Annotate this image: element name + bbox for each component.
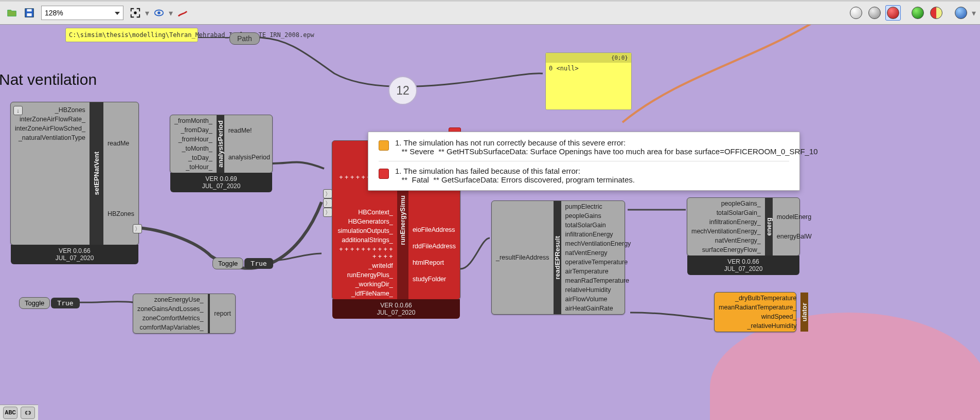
zoom-extents-icon[interactable] — [128, 5, 143, 21]
input: simulationOutputs_ — [336, 227, 393, 234]
input: runEnergyPlus_ — [336, 271, 393, 279]
input: _writeIdf — [336, 262, 393, 269]
output: rddFileAddress — [413, 243, 456, 250]
preview-icon[interactable] — [151, 5, 167, 21]
input: surfaceEnergyFlow_ — [691, 246, 761, 253]
component-name: readEPResult — [554, 236, 561, 280]
tooltip-line: 1. The simulation has not run correctly … — [395, 138, 818, 147]
panel-content: 0 <null> — [549, 65, 628, 72]
input-grip-icon[interactable]: 〉 — [323, 208, 332, 217]
input: totalSolarGain_ — [691, 209, 761, 216]
input-grip-icon[interactable]: 〉 — [323, 198, 332, 208]
canvas[interactable]: Nat ventilation C:\simsim\thesis\modelli… — [0, 25, 980, 420]
input: meanRadiantTemperature_ — [719, 304, 796, 311]
status-bar: ABC — [0, 405, 38, 420]
tooltip-line: 1. The simulation has failed because of … — [395, 167, 635, 175]
input: _workingDir_ — [336, 281, 393, 288]
svg-point-3 — [134, 12, 136, 14]
comp-orange[interactable]: _dryBulbTemperature meanRadiantTemperatu… — [714, 292, 796, 332]
input: peopleGains_ — [691, 200, 761, 207]
component-name: setEPNatVent — [93, 152, 100, 195]
svg-rect-1 — [27, 13, 31, 16]
panel-header: {0;0} — [546, 53, 631, 63]
output: pumpElectric — [565, 203, 631, 210]
output: infiltrationEnergy — [565, 231, 631, 238]
toggle-1[interactable]: Toggle True — [212, 258, 273, 269]
output: analysisPeriod — [228, 154, 270, 161]
output: report — [214, 310, 231, 317]
comp-readepresult[interactable]: _resultFileAddress readEPResult pumpElec… — [491, 200, 625, 315]
input: _relativeHumidity — [719, 322, 796, 330]
half-orb-icon[interactable] — [929, 5, 944, 21]
component-name: ulator — [800, 303, 808, 321]
output: mechVentilationEnergy — [565, 240, 631, 247]
input: _idfFileName_ — [336, 290, 393, 297]
section-title: Nat ventilation — [0, 71, 97, 88]
input: _dryBulbTemperature — [719, 295, 796, 302]
open-icon[interactable] — [4, 5, 20, 21]
input: infiltrationEnergy_ — [691, 218, 761, 226]
tooltip-line: ** Severe ** GetHTSubSurfaceData: Surfac… — [395, 147, 818, 156]
input: HBGenerators_ — [336, 218, 393, 225]
error-icon — [379, 169, 389, 179]
sketch-icon[interactable] — [175, 5, 190, 21]
null-panel[interactable]: {0;0} 0 <null> — [545, 52, 632, 110]
zoom-select[interactable]: 128% — [41, 6, 123, 20]
output: modelEnerg — [777, 213, 812, 221]
zui-arrow-icon[interactable]: ↓ — [13, 106, 23, 115]
component-name: analysisPeriod — [217, 120, 224, 168]
input: _toDay_ — [174, 154, 212, 161]
toggle-2[interactable]: Toggle True — [19, 297, 80, 309]
comp-energy[interactable]: peopleGains_ totalSolarGain_ infiltratio… — [687, 197, 800, 256]
rendered-icon[interactable] — [885, 5, 901, 21]
wireframe-icon[interactable] — [848, 5, 864, 21]
input: _toHour_ — [174, 163, 212, 171]
count-badge: 12 — [388, 76, 417, 105]
path-param[interactable]: Path — [229, 32, 260, 45]
output: totalSolarGain — [565, 222, 631, 229]
input: additionalStrings_ — [336, 236, 393, 244]
input: comfortMapVariables_ — [137, 324, 204, 331]
input: _fromHour_ — [174, 136, 212, 143]
save-icon[interactable] — [22, 5, 37, 21]
output: airTemperature — [565, 268, 631, 275]
output: natVentEnergy — [565, 249, 631, 257]
output: airHeatGainRate — [565, 305, 631, 312]
comp-zoneuse[interactable]: zoneEnergyUse_ zoneGainsAndLosses_ zoneC… — [133, 294, 236, 334]
zoom-value: 128% — [45, 9, 63, 17]
comp-setepnatvent[interactable]: _HBZones interZoneAirFlowRate_ interZone… — [10, 102, 139, 245]
green-orb-icon[interactable] — [910, 5, 925, 21]
link-icon[interactable] — [21, 407, 35, 419]
input: _naturalVentilationType — [15, 134, 85, 141]
input: _resultFileAddress — [496, 254, 549, 261]
output: operativeTemperature — [565, 259, 631, 266]
warning-icon — [379, 140, 389, 151]
output: HBZones — [108, 210, 134, 217]
blue-orb-icon[interactable] — [953, 5, 969, 21]
output: readMe — [108, 140, 134, 147]
input: zoneEnergyUse_ — [137, 296, 204, 303]
input-grip-icon[interactable]: 〉 — [323, 189, 332, 198]
input: zoneGainsAndLosses_ — [137, 305, 204, 313]
output: studyFolder — [413, 276, 456, 283]
input: zoneComfortMetrics_ — [137, 315, 204, 322]
input: natVentEnergy_ — [691, 237, 761, 244]
input: _fromDay_ — [174, 126, 212, 134]
svg-rect-2 — [27, 9, 31, 12]
input: _HBZones — [15, 106, 85, 114]
error-tooltip: 1. The simulation has not run correctly … — [368, 132, 800, 191]
output: readMe! — [228, 127, 270, 134]
file-panel[interactable]: C:\simsim\thesis\modelling\Tehran_Mehrab… — [65, 28, 198, 42]
output: airFlowVolume — [565, 296, 631, 303]
input: windSpeed_ — [719, 313, 796, 320]
input: _fromMonth_ — [174, 117, 212, 124]
output: htmlReport — [413, 259, 456, 266]
tooltip-line: ** Fatal ** GetSurfaceData: Errors disco… — [395, 175, 635, 184]
input: mechVentilationEnergy_ — [691, 228, 761, 235]
output: relativeHumidity — [565, 286, 631, 294]
abc-icon[interactable]: ABC — [3, 407, 17, 419]
comp-analysisperiod[interactable]: _fromMonth_ _fromDay_ _fromHour_ _toMont… — [170, 115, 273, 173]
output-grip-icon[interactable]: 〉 — [133, 224, 142, 233]
shaded-icon[interactable] — [867, 5, 882, 21]
input: HBContext_ — [336, 209, 393, 216]
